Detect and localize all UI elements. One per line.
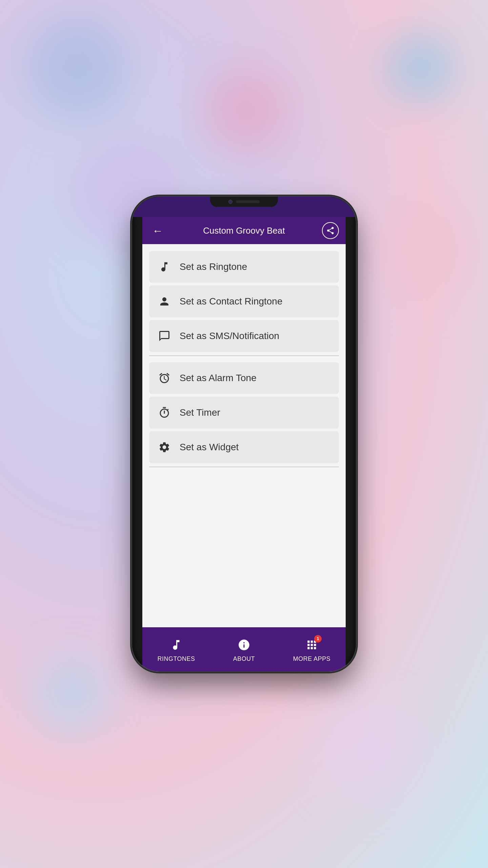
nav-about[interactable]: ABOUT	[210, 636, 278, 663]
music-file-icon	[156, 258, 173, 275]
alarm-icon	[156, 370, 173, 387]
bokeh-3	[386, 34, 454, 102]
set-timer-button[interactable]: Set Timer	[149, 397, 339, 429]
set-sms-button[interactable]: Set as SMS/Notification	[149, 320, 339, 352]
set-alarm-button[interactable]: Set as Alarm Tone	[149, 362, 339, 394]
notch	[210, 197, 278, 207]
contact-icon	[156, 293, 173, 310]
back-arrow-icon: ←	[152, 224, 163, 237]
bokeh-7	[319, 698, 420, 800]
divider-2	[149, 467, 339, 467]
nav-more-apps[interactable]: 1 MORE APPS	[278, 636, 346, 663]
set-ringtone-label: Set as Ringtone	[180, 261, 247, 272]
info-icon	[236, 636, 252, 653]
timer-icon	[156, 404, 173, 421]
menu-group-alarms: Set as Alarm Tone Set Timer	[142, 362, 346, 463]
phone-screen: ← Custom Groovy Beat Set as Ri	[142, 217, 346, 671]
set-alarm-label: Set as Alarm Tone	[180, 373, 257, 383]
set-ringtone-button[interactable]: Set as Ringtone	[149, 251, 339, 283]
bokeh-6	[34, 658, 108, 732]
share-icon	[326, 226, 335, 235]
nav-ringtones-label: RINGTONES	[157, 655, 195, 663]
music-note-icon	[168, 636, 185, 653]
menu-list: Set as Ringtone Set as Contact Ringtone	[142, 244, 346, 627]
sms-icon	[156, 328, 173, 344]
set-contact-ringtone-button[interactable]: Set as Contact Ringtone	[149, 285, 339, 317]
back-button[interactable]: ←	[149, 222, 166, 239]
share-button[interactable]	[322, 222, 339, 239]
set-widget-button[interactable]: Set as Widget	[149, 431, 339, 463]
set-widget-label: Set as Widget	[180, 442, 239, 453]
bottom-navigation: RINGTONES ABOUT 1 MORE APPS	[142, 627, 346, 671]
notch-area	[132, 197, 356, 217]
set-contact-ringtone-label: Set as Contact Ringtone	[180, 296, 283, 307]
bokeh-2	[203, 68, 288, 153]
divider	[149, 355, 339, 356]
app-header: ← Custom Groovy Beat	[142, 217, 346, 244]
more-apps-badge: 1	[314, 635, 322, 643]
set-timer-label: Set Timer	[180, 407, 220, 418]
menu-group-ringtones: Set as Ringtone Set as Contact Ringtone	[142, 251, 346, 352]
phone-frame: ← Custom Groovy Beat Set as Ri	[132, 197, 356, 671]
front-camera	[228, 200, 232, 204]
nav-ringtones[interactable]: RINGTONES	[142, 636, 210, 663]
bokeh-5	[376, 203, 471, 298]
nav-about-label: ABOUT	[233, 655, 255, 663]
bokeh-1	[27, 17, 129, 119]
nav-more-apps-label: MORE APPS	[293, 655, 331, 663]
settings-icon	[156, 439, 173, 456]
header-title: Custom Groovy Beat	[203, 225, 285, 236]
more-apps-icon: 1	[303, 636, 320, 653]
speaker-grille	[236, 200, 260, 203]
set-sms-label: Set as SMS/Notification	[180, 331, 279, 341]
